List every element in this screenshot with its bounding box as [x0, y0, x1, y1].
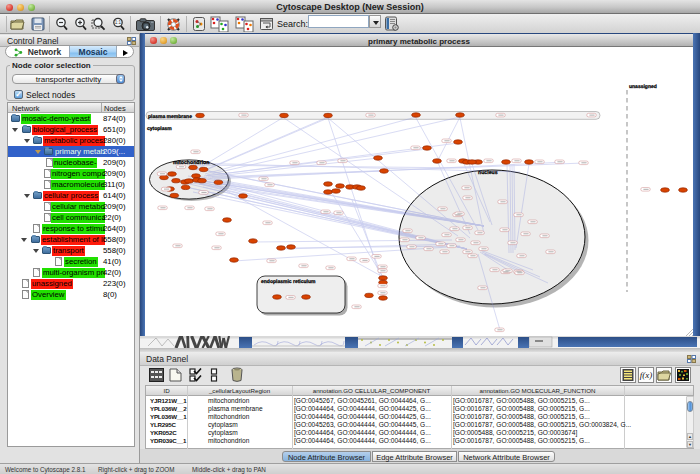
svg-text:cytoplasm: cytoplasm: [147, 126, 172, 132]
svg-text:f(x): f(x): [640, 370, 653, 380]
svg-text:plasma membrane: plasma membrane: [148, 114, 192, 120]
svg-text:1:1: 1:1: [115, 20, 122, 25]
svg-text:endoplasmic reticulum: endoplasmic reticulum: [261, 279, 316, 285]
svg-text:unassigned: unassigned: [629, 84, 657, 90]
svg-text:mitochondrion: mitochondrion: [173, 160, 209, 166]
svg-text:nucleus: nucleus: [478, 170, 498, 176]
